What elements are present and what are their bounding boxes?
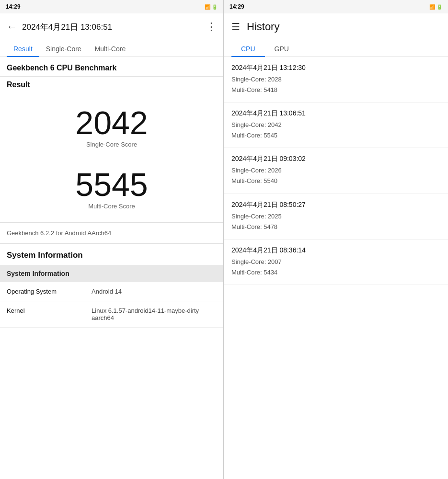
left-panel: 14:29 📶 🔋 ← 2024年4月21日 13:06:51 ⋮ Result… (0, 0, 224, 479)
tab-multi-core[interactable]: Multi-Core (88, 40, 133, 57)
tab-single-core[interactable]: Single-Core (39, 40, 88, 57)
h2-single: Single-Core: 2042 (231, 121, 282, 128)
row-key-os: Operating System (0, 282, 85, 301)
h4-single: Single-Core: 2025 (231, 213, 282, 220)
table-row: Operating System Android 14 (0, 282, 223, 301)
tab-result[interactable]: Result (7, 40, 39, 57)
version-info: Geekbench 6.2.2 for Android AArch64 (0, 222, 223, 244)
left-title: 2024年4月21日 13:06:51 (22, 22, 206, 33)
sys-info-table-header: System Information (0, 265, 223, 282)
single-core-block: 2042 Single-Core Score (0, 95, 223, 157)
system-info-table: System Information Operating System Andr… (0, 265, 223, 328)
multi-core-score: 5545 (0, 168, 223, 201)
benchmark-title: Geekbench 6 CPU Benchmark (0, 57, 223, 76)
more-options-icon[interactable]: ⋮ (206, 21, 217, 33)
left-top-bar: ← 2024年4月21日 13:06:51 ⋮ (0, 13, 223, 40)
single-core-label: Single-Core Score (0, 141, 223, 148)
multi-core-label: Multi-Core Score (0, 203, 223, 210)
left-tabs: Result Single-Core Multi-Core (0, 40, 223, 57)
history-item-4[interactable]: 2024年4月21日 08:50:27 Single-Core: 2025 Mu… (224, 194, 448, 240)
history-tabs: CPU GPU (224, 40, 448, 57)
row-key-kernel: Kernel (0, 301, 85, 328)
history-date-1: 2024年4月21日 13:12:30 (231, 64, 440, 72)
history-item-1[interactable]: 2024年4月21日 13:12:30 Single-Core: 2028 Mu… (224, 57, 448, 103)
row-val-os: Android 14 (85, 282, 223, 301)
history-date-4: 2024年4月21日 08:50:27 (231, 201, 440, 209)
history-item-5[interactable]: 2024年4月21日 08:36:14 Single-Core: 2007 Mu… (224, 240, 448, 285)
history-scores-3: Single-Core: 2026 Multi-Core: 5540 (231, 165, 440, 186)
history-item-3[interactable]: 2024年4月21日 09:03:02 Single-Core: 2026 Mu… (224, 148, 448, 194)
tab-cpu[interactable]: CPU (231, 40, 265, 57)
right-top-bar: ☰ History (224, 13, 448, 40)
history-scores-4: Single-Core: 2025 Multi-Core: 5478 (231, 211, 440, 232)
h5-single: Single-Core: 2007 (231, 258, 282, 265)
single-core-score: 2042 (0, 106, 223, 139)
history-scores-1: Single-Core: 2028 Multi-Core: 5418 (231, 74, 440, 95)
h3-multi: Multi-Core: 5540 (231, 177, 277, 184)
history-date-3: 2024年4月21日 09:03:02 (231, 155, 440, 163)
h2-multi: Multi-Core: 5545 (231, 132, 277, 139)
left-battery-icon: 🔋 (212, 4, 218, 10)
history-date-5: 2024年4月21日 08:36:14 (231, 246, 440, 255)
h1-multi: Multi-Core: 5418 (231, 86, 277, 93)
history-scores-2: Single-Core: 2042 Multi-Core: 5545 (231, 120, 440, 141)
history-list[interactable]: 2024年4月21日 13:12:30 Single-Core: 2028 Mu… (224, 57, 448, 479)
left-time: 14:29 (6, 3, 21, 10)
result-label: Result (0, 77, 223, 95)
back-button[interactable]: ← (7, 21, 17, 33)
hamburger-icon[interactable]: ☰ (231, 21, 240, 33)
left-status-bar: 14:29 📶 🔋 (0, 0, 223, 13)
system-info-heading: System Information (0, 244, 223, 265)
row-val-kernel: Linux 6.1.57-android14-11-maybe-dirty aa… (85, 301, 223, 328)
table-row: Kernel Linux 6.1.57-android14-11-maybe-d… (0, 301, 223, 328)
left-scroll-area[interactable]: Geekbench 6 CPU Benchmark Result 2042 Si… (0, 57, 223, 479)
h4-multi: Multi-Core: 5478 (231, 223, 277, 230)
right-battery-icon: 🔋 (437, 4, 442, 10)
h3-single: Single-Core: 2026 (231, 167, 282, 174)
right-status-icons: 📶 🔋 (429, 4, 442, 10)
right-network-icon: 📶 (429, 4, 435, 10)
multi-core-block: 5545 Multi-Core Score (0, 157, 223, 218)
history-item-2[interactable]: 2024年4月21日 13:06:51 Single-Core: 2042 Mu… (224, 103, 448, 148)
left-network-icon: 📶 (205, 4, 210, 10)
history-scores-5: Single-Core: 2007 Multi-Core: 5434 (231, 257, 440, 278)
h1-single: Single-Core: 2028 (231, 76, 282, 83)
history-date-2: 2024年4月21日 13:06:51 (231, 109, 440, 118)
right-panel: 14:29 📶 🔋 ☰ History CPU GPU 2024年4月21日 1… (224, 0, 448, 479)
h5-multi: Multi-Core: 5434 (231, 269, 277, 276)
history-title: History (247, 21, 279, 33)
left-status-icons: 📶 🔋 (205, 4, 218, 10)
right-status-bar: 14:29 📶 🔋 (224, 0, 448, 13)
tab-gpu[interactable]: GPU (265, 40, 299, 57)
right-time: 14:29 (230, 3, 244, 10)
